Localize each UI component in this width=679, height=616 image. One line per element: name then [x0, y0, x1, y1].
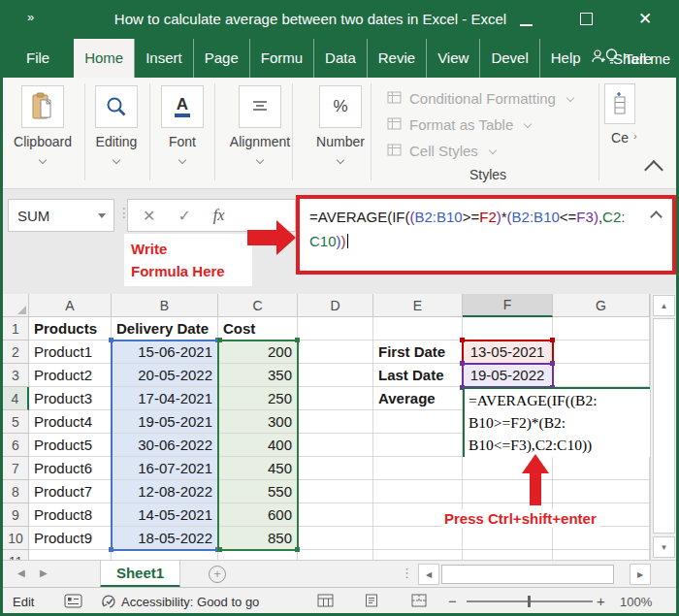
conditional-formatting-button[interactable]: Conditional Formatting [387, 85, 573, 112]
cell-e5[interactable] [373, 410, 463, 434]
cell-g3[interactable] [553, 364, 650, 387]
cell-e11[interactable] [373, 550, 463, 560]
cell-a9[interactable]: Product8 [29, 503, 112, 527]
editing-dropdown-icon[interactable] [113, 156, 120, 164]
editing-group[interactable]: Editing [89, 85, 144, 167]
cell-d10[interactable] [298, 527, 373, 550]
cell-b3[interactable]: 20-05-2022 [112, 364, 218, 387]
number-dropdown-icon[interactable] [337, 156, 344, 164]
cell-g11[interactable] [553, 550, 650, 560]
cell-b4[interactable]: 17-04-2021 [112, 387, 218, 410]
cell-g2[interactable] [553, 340, 650, 364]
share-button[interactable]: Share [591, 39, 652, 78]
cell-f5[interactable] [463, 410, 553, 434]
cell-f9[interactable] [463, 503, 553, 527]
cell-d7[interactable] [298, 457, 373, 480]
cell-a10[interactable]: Product9 [29, 527, 112, 550]
cells-flyout-icon[interactable]: › [633, 130, 637, 142]
clipboard-group[interactable]: Clipboard [11, 85, 75, 167]
normal-view-icon[interactable] [317, 594, 334, 611]
cell-e4[interactable]: Average [373, 387, 463, 410]
format-as-table-button[interactable]: Format as Table [387, 112, 573, 138]
cell-a8[interactable]: Product7 [29, 480, 112, 503]
tab-file[interactable]: File [16, 39, 60, 78]
collapse-ribbon-icon[interactable] [644, 160, 663, 179]
name-box[interactable]: SUM [8, 199, 114, 232]
cell-b1[interactable]: Delivery Date [112, 317, 218, 340]
cell-e8[interactable] [373, 480, 463, 503]
cell-f7[interactable] [463, 457, 553, 480]
enter-icon[interactable]: ✓ [178, 207, 190, 225]
row-header-2[interactable]: 2 [3, 340, 29, 364]
cell-d6[interactable] [298, 434, 373, 457]
page-break-view-icon[interactable] [411, 594, 427, 611]
row-header-7[interactable]: 7 [3, 457, 29, 480]
cell-b10[interactable]: 18-05-2022 [112, 527, 218, 550]
cell-g6[interactable] [553, 434, 650, 457]
row-header-6[interactable]: 6 [3, 434, 29, 457]
cell-a4[interactable]: Product3 [29, 387, 112, 410]
column-header-e[interactable]: E [373, 294, 463, 317]
clipboard-dropdown-icon[interactable] [39, 156, 47, 164]
cell-f4[interactable] [463, 387, 553, 410]
cell-g5[interactable] [553, 410, 650, 434]
column-header-b[interactable]: B [112, 294, 218, 317]
cell-d1[interactable] [298, 317, 373, 340]
tab-revie[interactable]: Revie [367, 39, 426, 78]
cell-c1[interactable]: Cost [218, 317, 298, 340]
cell-c5[interactable]: 300 [218, 410, 298, 434]
cell-g10[interactable] [553, 527, 650, 550]
tab-formu[interactable]: Formu [249, 39, 313, 78]
cell-g9[interactable] [553, 503, 650, 527]
page-layout-view-icon[interactable] [364, 594, 379, 611]
cell-d4[interactable] [298, 387, 373, 410]
cell-a3[interactable]: Product2 [29, 364, 112, 387]
scroll-down-icon[interactable]: ▼ [653, 536, 675, 558]
cell-c4[interactable]: 250 [218, 387, 298, 410]
cell-g8[interactable] [553, 480, 650, 503]
cell-a6[interactable]: Product5 [29, 434, 112, 457]
sheet-nav-left-icon[interactable]: ◀ [17, 567, 25, 578]
macro-record-icon[interactable] [64, 594, 82, 612]
formula-input-highlight[interactable]: =AVERAGE(IF((B2:B10>=F2)*(B2:B10<=F3),C2… [296, 195, 676, 275]
tab-page[interactable]: Page [193, 39, 249, 78]
alignment-dropdown-icon[interactable] [256, 156, 264, 164]
close-icon[interactable]: ✕ [638, 9, 652, 29]
cell-b2[interactable]: 15-06-2021 [112, 340, 218, 364]
font-dropdown-icon[interactable] [178, 156, 186, 164]
column-header-g[interactable]: G [553, 294, 650, 317]
tab-data[interactable]: Data [313, 39, 367, 78]
scroll-up-icon[interactable]: ▲ [653, 295, 675, 316]
cell-e9[interactable] [373, 503, 463, 527]
row-header-10[interactable]: 10 [3, 527, 29, 550]
cell-f10[interactable] [463, 527, 553, 550]
cell-e6[interactable] [373, 434, 463, 457]
row-header-5[interactable]: 5 [3, 410, 29, 434]
alignment-group[interactable]: Alignment [226, 85, 294, 167]
expand-formula-bar-icon[interactable] [650, 211, 663, 223]
cell-e7[interactable] [373, 457, 463, 480]
cell-d8[interactable] [298, 480, 373, 503]
horizontal-scrollbar-thumb[interactable] [441, 565, 614, 584]
cell-a7[interactable]: Product6 [29, 457, 112, 480]
zoom-slider-thumb[interactable] [528, 596, 531, 607]
cell-styles-button[interactable]: Cell Styles [387, 138, 573, 164]
cell-f8[interactable] [463, 480, 553, 503]
cancel-icon[interactable]: ✕ [143, 207, 155, 225]
cell-c10[interactable]: 850 [218, 527, 298, 550]
maximize-icon[interactable] [580, 13, 593, 25]
cell-f1[interactable] [463, 317, 553, 340]
cell-a5[interactable]: Product4 [29, 410, 112, 434]
cell-e1[interactable] [373, 317, 463, 340]
insert-function-icon[interactable]: fx [213, 207, 225, 224]
row-header-11[interactable]: 11 [3, 550, 29, 560]
scrollbar-resize-icon[interactable]: ⋮ [401, 566, 413, 580]
cell-c3[interactable]: 350 [218, 364, 298, 387]
accessibility-icon[interactable] [101, 594, 117, 613]
cell-g1[interactable] [553, 317, 650, 340]
cell-c7[interactable]: 450 [218, 457, 298, 480]
cell-c8[interactable]: 550 [218, 480, 298, 503]
name-box-dropdown-icon[interactable] [98, 213, 106, 218]
cell-b9[interactable]: 14-05-2021 [112, 503, 218, 527]
zoom-out-icon[interactable]: − [448, 593, 457, 609]
